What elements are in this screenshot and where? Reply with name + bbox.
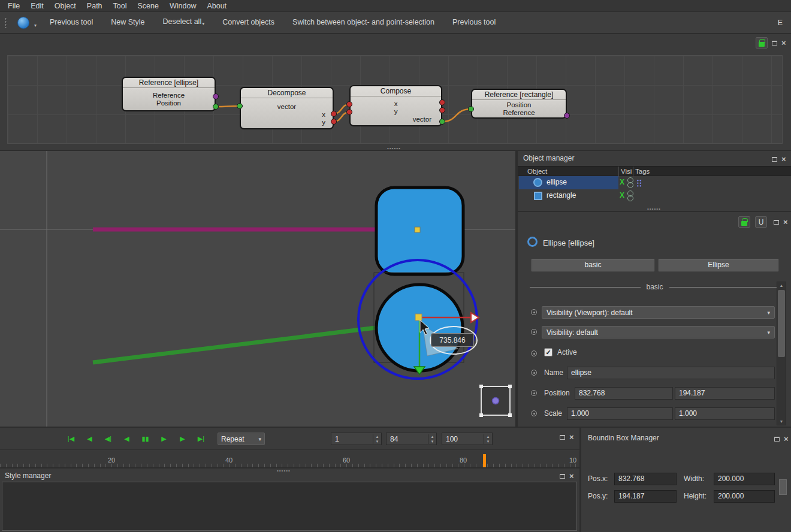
skip-end-button[interactable]: ▶| [193,433,209,445]
node-connector-icon[interactable] [531,350,537,356]
close-panel-icon[interactable]: × [569,472,574,480]
playhead-marker[interactable] [483,454,486,468]
menu-path[interactable]: Path [81,0,108,12]
port-x-in[interactable] [346,101,352,107]
menu-file[interactable]: File [2,0,25,12]
current-frame-spinner[interactable]: 84 ▲▼ [386,433,437,445]
node-decompose[interactable]: Decompose vector x y [240,87,334,129]
port-x-out[interactable] [331,111,337,117]
object-row-rectangle[interactable]: rectangle X [518,189,791,202]
properties-scrollbar[interactable]: ▲ ▼ [777,282,786,425]
object-row-ellipse[interactable]: ellipse X [518,176,791,189]
rectangle-center-handle[interactable] [415,227,420,232]
toolbar-new-style[interactable]: New Style [105,13,150,32]
node-connector-icon[interactable] [531,410,537,416]
viewport-visibility-icon[interactable] [627,191,633,201]
play-button[interactable]: ▶ [156,433,172,445]
pause-button[interactable]: ▮▮ [137,433,153,445]
close-panel-icon[interactable]: × [569,433,574,441]
toolbar-overflow[interactable]: E [778,19,783,27]
position-x-input[interactable]: 832.768 [575,387,673,400]
menu-about[interactable]: About [201,0,232,12]
active-checkbox[interactable]: ✓ [544,348,553,356]
port-position-in[interactable] [468,106,474,112]
port-y-passthrough[interactable] [439,107,445,113]
prev-frame-button[interactable]: ◀| [100,433,116,445]
skip-start-button[interactable]: |◀ [63,433,79,445]
toolbar-switch-selection-mode[interactable]: Switch between object- and point-selecti… [286,13,440,32]
port-reference-out[interactable] [213,93,219,99]
toolbar-drag-handle[interactable] [4,17,7,28]
port-x-passthrough[interactable] [439,99,445,105]
name-input[interactable]: ellipse [567,367,775,379]
close-panel-icon[interactable]: × [783,218,788,226]
visibility-toggle-icon[interactable]: X [620,191,624,200]
spin-up-icon[interactable]: ▲ [431,434,434,439]
node-reference-rectangle[interactable]: Reference [rectangle] Position Reference [471,89,567,119]
close-panel-icon[interactable]: × [784,435,789,443]
play-selection-button[interactable]: ▶ [174,433,191,445]
visibility-select[interactable]: Visibility: default ▾ [542,326,775,338]
spin-down-icon[interactable]: ▼ [376,439,379,444]
width-input[interactable]: 200.000 [714,473,775,485]
toolbar-convert-objects[interactable]: Convert objects [216,13,280,32]
scrollbar-thumb[interactable] [779,479,787,495]
dock-splitter-handle[interactable]: •••••• [277,469,291,473]
visibility-toggle-icon[interactable]: X [620,178,624,186]
float-panel-icon[interactable] [774,220,779,225]
node-connector-icon[interactable] [531,329,537,335]
menu-edit[interactable]: Edit [25,0,49,12]
scroll-down-icon[interactable]: ▼ [777,419,786,424]
viewport-canvas[interactable]: 735.846 [0,151,517,427]
toolbar-previous-tool-1[interactable]: Previous tool [44,13,99,32]
node-connector-icon[interactable] [531,309,537,315]
visibility-viewport-select[interactable]: Visibility (Viewport): default ▾ [542,306,775,319]
port-y-in[interactable] [346,109,352,115]
style-manager-content[interactable] [2,482,577,531]
menu-scene[interactable]: Scene [132,0,164,12]
scroll-up-icon[interactable]: ▲ [777,283,786,288]
float-panel-icon[interactable] [560,435,565,440]
ellipse-center-handle[interactable] [415,314,422,321]
update-button[interactable]: U [755,216,767,228]
float-panel-icon[interactable] [772,157,777,162]
end-frame-spinner[interactable]: 100 ▲▼ [442,433,493,445]
height-input[interactable]: 200.000 [714,490,775,503]
spin-down-icon[interactable]: ▼ [431,439,434,444]
toolbar-previous-tool-2[interactable]: Previous tool [446,13,502,32]
close-panel-icon[interactable]: × [781,155,786,163]
timeline-ruler[interactable]: 20 40 60 80 10 [0,449,579,467]
posx-input[interactable]: 832.768 [614,473,677,485]
toolbar-deselect-all[interactable]: Deselect all▾ [157,12,211,34]
port-vector-in[interactable] [237,103,243,109]
tab-basic[interactable]: basic [532,259,654,271]
tab-ellipse[interactable]: Ellipse [659,259,778,271]
port-vector-out[interactable] [439,119,445,125]
tool-dropdown-arrow-icon[interactable]: ▾ [34,23,37,28]
position-y-input[interactable]: 194.187 [675,387,775,400]
spin-up-icon[interactable]: ▲ [376,434,379,439]
scrollbar-thumb[interactable] [778,290,785,357]
start-frame-spinner[interactable]: 1 ▲▼ [331,433,382,445]
play-backward-button[interactable]: ◀ [119,433,135,445]
float-panel-icon[interactable] [560,474,565,479]
menu-object[interactable]: Object [49,0,81,12]
prev-keyframe-button[interactable]: ◀ [81,433,98,445]
node-compose[interactable]: Compose x y vector [349,85,442,126]
dock-splitter-handle[interactable]: •••••• [387,147,401,150]
spin-up-icon[interactable]: ▲ [487,434,490,439]
menu-window[interactable]: Window [164,0,201,12]
node-connector-icon[interactable] [531,390,537,396]
node-connector-icon[interactable] [531,370,537,376]
properties-lock-button[interactable] [738,216,750,228]
port-position-out[interactable] [213,104,219,110]
port-reference-out-2[interactable] [564,113,570,119]
menu-tool[interactable]: Tool [108,0,132,12]
current-tool-button[interactable] [13,14,34,31]
repeat-mode-select[interactable]: Repeat ▾ [218,433,265,445]
float-panel-icon[interactable] [774,437,780,442]
port-y-out[interactable] [331,119,337,125]
spin-down-icon[interactable]: ▼ [487,439,490,444]
node-reference-ellipse[interactable]: Reference [ellipse] Reference Position [122,77,216,111]
scale-x-input[interactable]: 1.000 [567,407,673,420]
